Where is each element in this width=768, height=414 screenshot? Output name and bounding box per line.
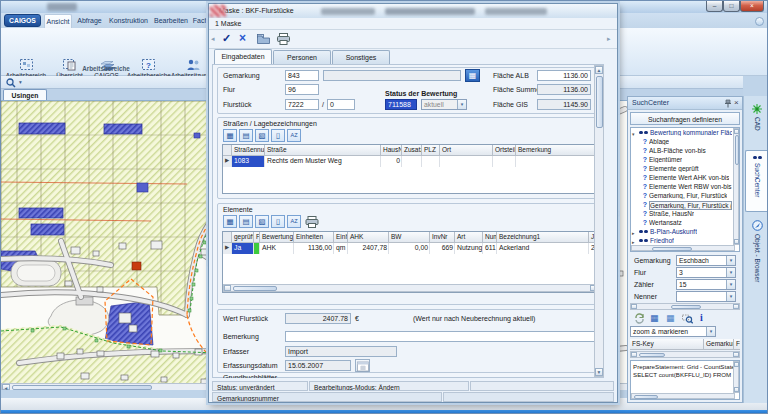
tree-item[interactable]: ▸B-Plan-Auskunft xyxy=(632,228,732,237)
column-header-1[interactable]: Straße xyxy=(265,145,381,156)
sort-az-icon[interactable]: AZ xyxy=(287,129,301,142)
column-header-6[interactable]: BW xyxy=(389,232,430,243)
help-icon[interactable] xyxy=(755,17,764,26)
tree-item[interactable]: ?Ablage xyxy=(632,138,732,147)
tree-item[interactable]: ▾Bewertung kommunaler Flächen xyxy=(632,129,732,138)
sql-hscrollbar[interactable] xyxy=(631,393,735,399)
column-header-6[interactable]: Ortsteil xyxy=(493,145,516,156)
dialog-scroll-down[interactable]: ▾ xyxy=(595,368,603,376)
column-header-10[interactable]: Bezeichnung1 xyxy=(497,232,589,243)
chevron-down-icon[interactable]: ▾ xyxy=(726,268,735,277)
refresh-icon[interactable] xyxy=(634,313,645,324)
grid-send-icon[interactable]: ▦ xyxy=(666,313,675,323)
dialog-titlebar[interactable]: Maske : BKF-Flurstücke xyxy=(209,4,617,18)
column-header-3[interactable]: Einheiten xyxy=(294,232,334,243)
confirm-icon[interactable]: ✓ xyxy=(222,32,231,45)
add-row-icon[interactable]: ▦ xyxy=(223,129,237,142)
column-header-5[interactable]: Ort xyxy=(440,145,493,156)
tab-personen[interactable]: Personen xyxy=(273,50,331,64)
panel-close-icon[interactable]: × xyxy=(734,98,739,107)
elemente-print-icon[interactable] xyxy=(305,216,319,228)
column-header-4[interactable]: Einh xyxy=(334,232,348,243)
column-header-9[interactable]: Num xyxy=(483,232,497,243)
row-cell-2[interactable]: 0 xyxy=(381,156,402,167)
ribbon-tab-abfrage[interactable]: Abfrage xyxy=(75,14,104,28)
tree-item[interactable]: ?Elemente Wert RBW von-bis xyxy=(632,183,732,192)
params-hscrollbar[interactable] xyxy=(630,303,740,310)
row-cell-5[interactable] xyxy=(440,156,493,167)
row-cell-4[interactable] xyxy=(422,156,440,167)
tree-hscrollbar[interactable] xyxy=(631,245,735,251)
map-scroll-left[interactable]: ◂ xyxy=(2,384,10,390)
action-dropdown[interactable]: zoom & markieren▾ xyxy=(630,326,716,337)
info-icon[interactable]: i xyxy=(700,312,703,323)
elemente-hscrollbar[interactable] xyxy=(223,284,598,292)
chevron-down-icon[interactable]: ▾ xyxy=(726,280,735,289)
row-cell-3[interactable] xyxy=(402,156,422,167)
row-cell-4[interactable]: qm xyxy=(334,243,348,254)
tab-eingabedaten[interactable]: Eingabedaten xyxy=(214,49,272,64)
row-cell-0[interactable]: 1083 xyxy=(232,156,265,167)
tree-expand-icon[interactable]: ▸ xyxy=(632,228,639,236)
param-dropdown-zähler[interactable]: 15▾ xyxy=(676,279,736,290)
row-cell-3[interactable]: 1136,00 xyxy=(294,243,334,254)
elemente-table-row[interactable]: ▶JaAHK1136,00qm2407,780,00669Nutzung611A… xyxy=(223,243,598,254)
toolbar-nav-left-icon[interactable]: ◂ xyxy=(211,35,215,43)
row-cell-2[interactable]: AHK xyxy=(260,243,294,254)
flaeche-alb-input[interactable]: 1136.00 xyxy=(537,70,591,81)
strassen-table-row[interactable]: ▶1083Rechts dem Muster Weg0 xyxy=(223,156,598,167)
minimize-button[interactable]: – xyxy=(706,1,723,12)
side-tab-suchcenter[interactable]: SuchCenter xyxy=(745,150,768,212)
dialog-scroll-up[interactable]: ▴ xyxy=(595,66,603,74)
row-cell-9[interactable]: 611 xyxy=(483,243,497,254)
param-dropdown-nenner[interactable]: ▾ xyxy=(676,291,736,302)
column-header-7[interactable]: InvNr xyxy=(430,232,455,243)
flur-input[interactable]: 96 xyxy=(285,84,319,95)
chevron-down-icon[interactable]: ▾ xyxy=(726,256,735,265)
print-icon[interactable] xyxy=(277,33,290,45)
menu-maske[interactable]: 1 Maske xyxy=(215,20,241,27)
column-header-8[interactable]: Art xyxy=(455,232,483,243)
row-cell-6[interactable]: 0,00 xyxy=(389,243,430,254)
map-tab-usingen[interactable]: Usingen xyxy=(3,89,47,100)
tree-item[interactable]: ?Elemente Wert AHK von-bis xyxy=(632,174,732,183)
column-header-4[interactable]: PLZ xyxy=(422,145,440,156)
row-cell-8[interactable]: Nutzung xyxy=(455,243,483,254)
define-search-button[interactable]: Suchanfragen definieren xyxy=(630,112,740,125)
param-dropdown-gemarkung[interactable]: Eschbach▾ xyxy=(676,255,736,266)
add-row-icon[interactable]: ▦ xyxy=(223,215,237,228)
result-hscrollbar[interactable] xyxy=(630,351,740,358)
param-dropdown-flur[interactable]: 3▾ xyxy=(676,267,736,278)
flurstueck-nenner-input[interactable]: 0 xyxy=(327,99,355,110)
zoom-select-icon[interactable] xyxy=(682,313,693,324)
side-tab-cad[interactable]: CAD xyxy=(747,102,767,146)
status-dropdown[interactable]: aktuell▾ xyxy=(421,99,467,110)
gemarkung-lookup-button[interactable]: ▦ xyxy=(465,69,480,82)
row-cell-1[interactable]: Rechts dem Muster Weg xyxy=(265,156,381,167)
cancel-icon[interactable]: × xyxy=(239,31,246,45)
column-header-0[interactable]: geprüft xyxy=(232,232,254,243)
gemarkung-name-input[interactable] xyxy=(323,70,461,81)
tab-sonstiges[interactable]: Sonstiges xyxy=(332,50,390,64)
tree-expand-icon[interactable]: ▸ xyxy=(632,237,639,245)
erfassungsdatum-input[interactable]: 15.05.2007 xyxy=(285,360,351,371)
new-row-icon[interactable]: ▤ xyxy=(239,215,253,228)
column-header-3[interactable]: Zusatz xyxy=(402,145,422,156)
column-header-5[interactable]: AHK xyxy=(348,232,389,243)
pin-icon[interactable] xyxy=(724,99,732,108)
zoom-tool-icon[interactable] xyxy=(6,78,16,88)
app-button[interactable]: CAIGOS xyxy=(4,14,41,27)
row-cell-7[interactable] xyxy=(516,156,599,167)
flurstueck-input[interactable]: 7222 xyxy=(285,99,319,110)
folder-icon[interactable] xyxy=(257,34,270,44)
edit-row-icon[interactable]: ▧ xyxy=(255,129,269,142)
tree-collapse-icon[interactable]: ▾ xyxy=(632,129,639,137)
dialog-vscrollbar[interactable]: ▴ ▾ xyxy=(594,65,604,377)
gemarkung-input[interactable]: 843 xyxy=(285,70,319,81)
result-column-2[interactable]: Flu xyxy=(734,339,740,350)
row-cell-10[interactable]: Ackerland xyxy=(497,243,589,254)
ribbon-tab-ansicht[interactable]: Ansicht xyxy=(44,14,72,28)
delete-row-icon[interactable]: ▯ xyxy=(271,129,285,142)
side-tab-objekt-browser[interactable]: Objekt - Browser xyxy=(747,218,767,302)
tree-item[interactable]: ?Straße, HausNr xyxy=(632,210,732,219)
